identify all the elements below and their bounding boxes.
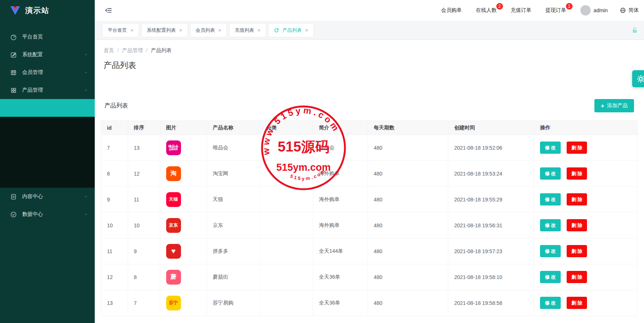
edit-button[interactable]: 修 改	[540, 193, 561, 205]
plus-icon: +	[601, 103, 604, 109]
edit-button[interactable]: 修 改	[540, 297, 561, 309]
sidebar-item[interactable]: 会员管理	[0, 64, 95, 81]
sidebar-item[interactable]: 内容中心	[0, 188, 95, 205]
tab-strip: 平台首页 × 系统配置列表 × 会员列表 × 充值列表 × 产品列表 ×	[95, 21, 644, 40]
delete-button[interactable]: 删 除	[567, 297, 587, 309]
breadcrumb-link[interactable]: 产品管理	[122, 47, 143, 53]
menu-collapse-icon[interactable]	[102, 4, 115, 17]
settings-gear-button[interactable]	[632, 70, 644, 87]
avatar	[580, 5, 591, 16]
tab-close-icon[interactable]: ×	[305, 27, 308, 33]
sidebar-subitem[interactable]	[0, 99, 95, 117]
sidebar-group: 系统配置	[0, 46, 95, 64]
tab[interactable]: 充值列表 ×	[229, 23, 266, 37]
sidebar-group: 数据中心	[0, 205, 95, 223]
delete-button[interactable]: 删 除	[567, 245, 587, 257]
delete-button[interactable]: 删 除	[567, 271, 587, 283]
refresh-icon[interactable]	[274, 28, 279, 33]
edit-icon	[10, 51, 17, 58]
language-switcher[interactable]: 简体	[620, 7, 639, 14]
tab[interactable]: 产品列表 ×	[268, 23, 314, 37]
product-image: 唯品会 品牌特卖	[166, 140, 181, 155]
table-row: 12 8 蘑 蘑菇街 全天36单 480 2021-08-18 19:58:10…	[101, 264, 638, 290]
table-row: 7 13 唯品会 品牌特卖 唯品会 唯品会 480 2021-08-18 19:…	[101, 135, 638, 161]
delete-button[interactable]: 删 除	[567, 167, 587, 180]
product-image: 淘	[166, 166, 181, 181]
tab-close-icon[interactable]: ×	[218, 27, 222, 33]
delete-button[interactable]: 删 除	[567, 193, 587, 205]
gear-icon	[636, 74, 644, 84]
edit-button[interactable]: 修 改	[540, 245, 561, 257]
header-menu-item[interactable]: 充值订单	[511, 7, 531, 14]
sidebar-submenu	[0, 99, 95, 188]
card-title: 产品列表	[104, 102, 128, 110]
page-content: 首页/产品管理/产品列表 产品列表 产品列表 + 添加产品 id排序图片产品名称…	[95, 40, 644, 323]
sidebar-group: 内容中心	[0, 188, 95, 205]
breadcrumb: 首页/产品管理/产品列表	[100, 47, 638, 54]
sidebar-menu: 平台首页 系统配置 会员管理 产品管理 内容中心	[0, 21, 95, 323]
chevron-down-icon	[84, 52, 88, 57]
column-header: id	[101, 121, 128, 135]
count-badge: 2	[496, 3, 503, 10]
sidebar: 演示站 平台首页 系统配置 会员管理 产品管理	[0, 0, 95, 323]
product-image: 苏宁	[166, 296, 181, 310]
chevron-down-icon	[84, 70, 88, 75]
breadcrumb-link[interactable]: 首页	[104, 47, 114, 53]
count-badge: 1	[566, 3, 573, 10]
header-menu-item[interactable]: 在线人数 2	[476, 7, 497, 14]
tab-close-icon[interactable]: ×	[179, 27, 182, 33]
header-menu-item[interactable]: 会员购单	[441, 7, 462, 14]
sidebar-item[interactable]: 系统配置	[0, 46, 95, 64]
tab-close-icon[interactable]: ×	[130, 27, 134, 33]
product-table: id排序图片产品名称分类简介每天期数创建时间操作 7 13 唯品会 品牌特卖 唯…	[101, 120, 638, 316]
chevron-down-icon	[84, 194, 88, 199]
delete-button[interactable]: 删 除	[567, 142, 587, 154]
grid-icon	[10, 86, 17, 94]
tab[interactable]: 平台首页 ×	[102, 23, 139, 37]
username: admin	[594, 7, 608, 13]
delete-button[interactable]: 删 除	[567, 219, 587, 231]
tab-close-icon[interactable]: ×	[257, 27, 261, 33]
sidebar-subitem[interactable]	[0, 135, 95, 152]
dashboard-icon	[10, 33, 17, 41]
sidebar-subitem[interactable]	[0, 152, 95, 170]
user-menu[interactable]: admin	[580, 5, 608, 16]
sidebar-group: 会员管理	[0, 64, 95, 81]
sidebar-item[interactable]: 产品管理	[0, 81, 95, 99]
table-row: 13 7 苏宁 苏宁易购 全天36单 480 2021-08-18 19:58:…	[101, 290, 638, 316]
column-header: 每天期数	[368, 121, 448, 135]
header-menu: 会员购单 在线人数 2 充值订单 提现订单 1	[441, 7, 566, 14]
table-row: 8 12 淘 淘宝网 海外购单 480 2021-08-18 19:53:24 …	[101, 161, 638, 187]
add-product-button[interactable]: + 添加产品	[594, 99, 634, 112]
brand-name: 演示站	[25, 6, 50, 16]
tab[interactable]: 系统配置列表 ×	[141, 23, 188, 37]
header-menu-item[interactable]: 提现订单 1	[546, 7, 566, 14]
tabs: 平台首页 × 系统配置列表 × 会员列表 × 充值列表 × 产品列表 ×	[102, 23, 316, 37]
edit-button[interactable]: 修 改	[540, 219, 561, 231]
app-window: 演示站 平台首页 系统配置 会员管理 产品管理	[0, 0, 644, 323]
sidebar-group: 平台首页	[0, 28, 95, 46]
column-header: 排序	[128, 121, 160, 135]
product-image: 京东	[166, 218, 181, 233]
column-header: 简介	[313, 121, 368, 135]
sidebar-subitem[interactable]	[0, 117, 95, 135]
column-header: 创建时间	[448, 121, 534, 135]
edit-button[interactable]: 修 改	[540, 167, 561, 180]
chevron-up-icon	[84, 88, 88, 92]
globe-icon	[620, 7, 626, 14]
tab[interactable]: 会员列表 ×	[190, 23, 227, 37]
page-title: 产品列表	[104, 60, 638, 71]
table-body: 7 13 唯品会 品牌特卖 唯品会 唯品会 480 2021-08-18 19:…	[101, 135, 638, 316]
brand-v-icon	[10, 6, 21, 16]
check-circle-icon	[10, 211, 17, 218]
unlock-icon[interactable]	[631, 26, 639, 34]
sidebar-item[interactable]: 数据中心	[0, 205, 95, 223]
column-header: 图片	[160, 121, 207, 135]
edit-button[interactable]: 修 改	[540, 271, 561, 283]
product-image: ♥	[166, 244, 181, 259]
edit-button[interactable]: 修 改	[540, 142, 561, 154]
table-header-row: id排序图片产品名称分类简介每天期数创建时间操作	[101, 121, 638, 135]
table-icon	[10, 69, 17, 76]
sidebar-subitem[interactable]	[0, 170, 95, 188]
sidebar-item[interactable]: 平台首页	[0, 28, 95, 46]
